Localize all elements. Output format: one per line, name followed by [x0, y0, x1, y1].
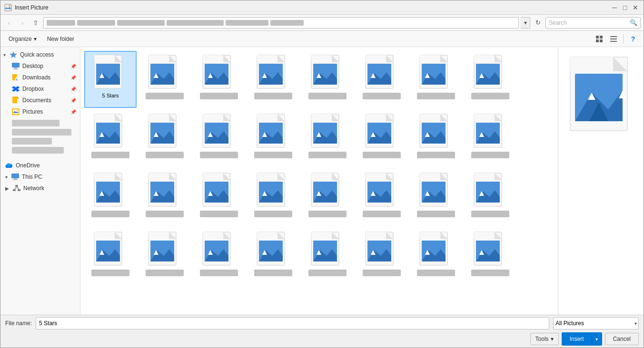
file-item[interactable]: [464, 169, 516, 226]
file-name-text: [471, 152, 509, 158]
svg-rect-91: [94, 114, 115, 121]
view-button[interactable]: [593, 33, 606, 45]
file-item[interactable]: [193, 169, 245, 226]
sidebar-item-onedrive[interactable]: OneDrive: [0, 160, 80, 171]
address-path[interactable]: [43, 17, 519, 29]
file-item[interactable]: [356, 110, 408, 167]
path-block-4: [167, 20, 224, 26]
title-bar-controls: ─ □ ✕: [610, 3, 640, 12]
file-thumbnail: [306, 172, 349, 210]
file-name-text: [91, 211, 129, 217]
svg-rect-35: [13, 179, 18, 180]
svg-point-2: [9, 5, 10, 7]
filetype-select[interactable]: All Pictures JPEG Files PNG Files GIF Fi…: [553, 317, 639, 329]
file-item[interactable]: [84, 110, 137, 167]
file-item[interactable]: [301, 228, 354, 285]
forward-button[interactable]: ›: [17, 17, 28, 29]
file-item[interactable]: [139, 51, 191, 108]
dialog-title: Insert Picture: [15, 4, 49, 11]
file-item[interactable]: [464, 51, 516, 108]
svg-rect-151: [203, 173, 223, 180]
file-item[interactable]: [410, 110, 462, 167]
file-item[interactable]: [139, 110, 191, 167]
maximize-button[interactable]: □: [621, 3, 629, 12]
file-item[interactable]: [139, 169, 191, 226]
file-item[interactable]: [247, 51, 299, 108]
file-item[interactable]: [410, 51, 462, 108]
sidebar-item-network[interactable]: ▶ Network: [0, 183, 80, 194]
file-item[interactable]: [247, 169, 299, 226]
svg-rect-6: [600, 39, 603, 42]
file-item[interactable]: [193, 51, 245, 108]
file-name-text: [471, 270, 509, 276]
file-item[interactable]: [410, 169, 462, 226]
file-thumbnail: [252, 54, 295, 92]
file-thumbnail: [89, 172, 132, 210]
file-item[interactable]: [84, 228, 137, 285]
svg-marker-1: [5, 7, 11, 9]
svg-rect-145: [149, 173, 169, 180]
new-folder-button[interactable]: New folder: [43, 33, 79, 45]
svg-rect-205: [257, 232, 277, 239]
file-name-text: [254, 152, 292, 158]
file-item[interactable]: [247, 228, 299, 285]
path-blocks: [47, 20, 515, 26]
file-item[interactable]: [356, 169, 408, 226]
sidebar-item-documents[interactable]: Documents 📌: [0, 95, 80, 106]
search-box[interactable]: Search 🔍: [545, 17, 641, 29]
network-label: Network: [23, 185, 44, 192]
insert-dropdown-button[interactable]: ▾: [592, 333, 602, 345]
close-button[interactable]: ✕: [631, 3, 640, 12]
file-item[interactable]: [464, 110, 516, 167]
file-thumbnail: [143, 231, 186, 269]
file-item[interactable]: [464, 228, 516, 285]
file-item[interactable]: 5 Stars: [84, 51, 137, 108]
sidebar-item-desktop[interactable]: Desktop 📌: [0, 60, 80, 72]
file-thumbnail: [252, 172, 295, 210]
insert-button[interactable]: Insert: [562, 333, 592, 345]
svg-rect-36: [15, 185, 18, 187]
file-item[interactable]: [193, 228, 245, 285]
file-name-text: [146, 211, 184, 217]
organize-button[interactable]: Organize ▾: [4, 33, 41, 45]
file-item[interactable]: [410, 228, 462, 285]
minimize-button[interactable]: ─: [610, 3, 619, 12]
this-pc-arrow: ▾: [5, 174, 8, 180]
back-button[interactable]: ‹: [3, 17, 15, 29]
sidebar-item-dropbox[interactable]: Dropbox 📌: [0, 83, 80, 95]
svg-rect-133: [474, 114, 495, 121]
file-item[interactable]: [139, 228, 191, 285]
cancel-button[interactable]: Cancel: [605, 333, 639, 345]
toolbar-right: ?: [593, 33, 640, 45]
address-dropdown-button[interactable]: ▾: [521, 17, 530, 29]
file-item[interactable]: [301, 169, 354, 226]
file-item[interactable]: [356, 228, 408, 285]
sidebar-item-pictures[interactable]: Pictures 📌: [0, 106, 80, 117]
file-thumbnail: [360, 172, 403, 210]
file-item[interactable]: [356, 51, 408, 108]
file-item[interactable]: [301, 110, 354, 167]
sidebar-item-this-pc[interactable]: ▾ This PC: [0, 171, 80, 183]
view-details-icon: [610, 35, 617, 43]
file-item[interactable]: [247, 110, 299, 167]
downloads-pin-icon: 📌: [70, 75, 76, 80]
svg-rect-38: [18, 189, 20, 191]
file-name-text: [146, 270, 184, 276]
tools-button[interactable]: Tools ▾: [530, 333, 559, 345]
svg-rect-4: [600, 36, 603, 39]
sidebar-item-downloads[interactable]: Downloads 📌: [0, 72, 80, 83]
tools-label: Tools: [535, 336, 549, 342]
view-details-button[interactable]: [607, 33, 620, 45]
svg-rect-163: [311, 173, 332, 180]
sidebar-quick-access[interactable]: ▾ Quick access: [0, 49, 80, 60]
pictures-label: Pictures: [22, 108, 43, 115]
file-item[interactable]: [193, 110, 245, 167]
new-folder-label: New folder: [47, 36, 74, 42]
file-item[interactable]: [301, 51, 354, 108]
help-button[interactable]: ?: [626, 33, 640, 45]
file-item[interactable]: [84, 169, 137, 226]
filename-input[interactable]: [36, 317, 549, 329]
refresh-button[interactable]: ↻: [532, 17, 544, 29]
organize-arrow: ▾: [34, 36, 37, 42]
up-button[interactable]: ⇧: [30, 17, 41, 29]
